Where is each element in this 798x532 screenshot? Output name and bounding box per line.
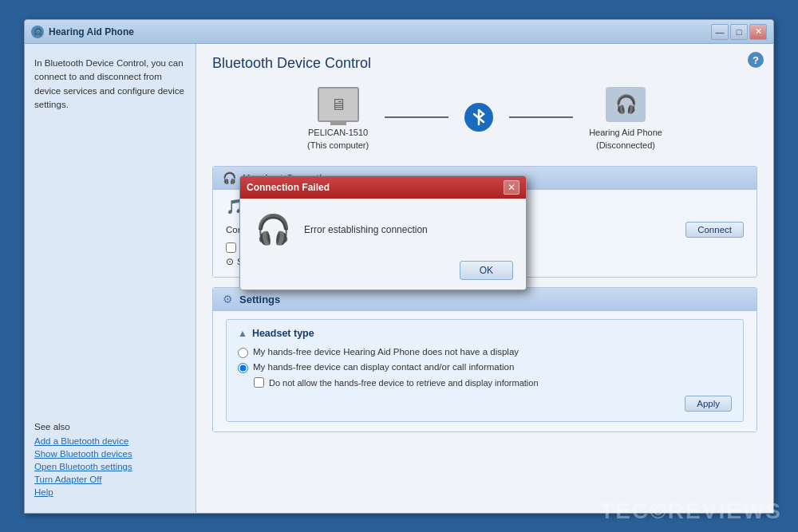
left-connector-line xyxy=(385,116,448,118)
window-title: Hearing Aid Phone xyxy=(49,26,711,37)
app-icon: 🎧 xyxy=(31,26,44,38)
dialog-headset-icon: 🎧 xyxy=(253,213,293,246)
radio-row-2: My hands-free device can display contact… xyxy=(238,362,732,373)
radio-1-label: My hands-free device Hearing Aid Phone d… xyxy=(253,347,519,357)
sidebar-link-open-settings[interactable]: Open Bluetooth settings xyxy=(34,462,186,471)
headset-type-section: ▲ Headset type My hands-free device Hear… xyxy=(226,319,744,422)
indent-checkbox-row: Do not allow the hands-free device to re… xyxy=(254,377,732,388)
connect-button[interactable]: Connect xyxy=(685,222,744,238)
radio-with-display[interactable] xyxy=(238,363,248,373)
title-bar: 🎧 Hearing Aid Phone — □ ✕ xyxy=(25,20,773,44)
headset-shape: 🎧 xyxy=(606,87,646,122)
expand-icon[interactable]: ⊙ xyxy=(226,256,234,267)
minimize-button[interactable]: — xyxy=(711,24,729,40)
dialog-footer: OK xyxy=(240,256,526,290)
apply-button[interactable]: Apply xyxy=(685,396,732,412)
right-connector-line xyxy=(509,116,573,118)
computer-shape: 🖥 xyxy=(318,87,359,122)
settings-body: ▲ Headset type My hands-free device Hear… xyxy=(213,311,757,432)
headset-device: 🎧 Hearing Aid Phone (Disconnected) xyxy=(589,85,662,150)
title-controls: — □ ✕ xyxy=(711,24,767,40)
dialog-title-text: Connection Failed xyxy=(247,182,504,193)
radio-row-1: My hands-free device Hearing Aid Phone d… xyxy=(238,347,732,358)
speech-enhancement-checkbox[interactable] xyxy=(226,242,236,253)
sidebar-link-turn-off[interactable]: Turn Adapter Off xyxy=(34,475,186,484)
headset-type-label: Headset type xyxy=(252,328,314,339)
dialog-close-button[interactable]: ✕ xyxy=(504,180,519,195)
sidebar-link-add-bluetooth[interactable]: Add a Bluetooth device xyxy=(34,436,186,446)
radio-no-display[interactable] xyxy=(238,348,248,358)
device-diagram: 🖥 PELICAN-1510 (This computer) xyxy=(212,85,757,150)
headset-icon-wrapper: 🎧 xyxy=(602,85,650,124)
computer-icon: 🖥 xyxy=(314,85,362,124)
settings-icon: ⚙ xyxy=(223,293,233,305)
sidebar-link-help[interactable]: Help xyxy=(34,487,186,497)
no-retrieve-label: Do not allow the hands-free device to re… xyxy=(269,378,539,388)
maximize-button[interactable]: □ xyxy=(730,24,748,40)
see-also-label: See also xyxy=(34,422,186,432)
bluetooth-device xyxy=(464,103,493,132)
sidebar-description: In Bluetooth Device Control, you can con… xyxy=(34,57,186,112)
headset-label: (Disconnected) xyxy=(596,140,655,150)
sidebar-bottom: See also Add a Bluetooth device Show Blu… xyxy=(34,422,186,500)
headset-type-title: ▲ Headset type xyxy=(238,328,732,339)
apply-row: Apply xyxy=(238,396,732,412)
bluetooth-icon xyxy=(464,103,493,132)
settings-panel: ⚙ Settings ▲ Headset type My hands-free … xyxy=(212,287,757,432)
radio-2-label: My hands-free device can display contact… xyxy=(253,362,514,372)
computer-name: PELICAN-1510 xyxy=(308,128,368,137)
headset-ops-icon: 🎧 xyxy=(223,171,236,184)
page-title: Bluetooth Device Control xyxy=(212,55,757,72)
close-button[interactable]: ✕ xyxy=(749,24,767,40)
dialog-message: Error establishing connection xyxy=(304,224,428,235)
headset-name: Hearing Aid Phone xyxy=(589,128,662,137)
help-icon[interactable]: ? xyxy=(748,52,764,68)
dialog-body: 🎧 Error establishing connection xyxy=(240,199,526,256)
settings-header: ⚙ Settings xyxy=(213,288,757,311)
connection-failed-dialog: Connection Failed ✕ 🎧 Error establishing… xyxy=(239,175,527,290)
sidebar-link-show-bluetooth[interactable]: Show Bluetooth devices xyxy=(34,449,186,459)
computer-label: (This computer) xyxy=(307,140,369,150)
dialog-title-bar: Connection Failed ✕ xyxy=(240,176,526,199)
computer-device: 🖥 PELICAN-1510 (This computer) xyxy=(307,85,369,150)
dialog-ok-button[interactable]: OK xyxy=(460,261,513,280)
arrow-icon: ▲ xyxy=(238,328,247,339)
sidebar: In Bluetooth Device Control, you can con… xyxy=(25,44,196,513)
no-retrieve-checkbox[interactable] xyxy=(254,377,264,388)
settings-title: Settings xyxy=(239,294,280,305)
